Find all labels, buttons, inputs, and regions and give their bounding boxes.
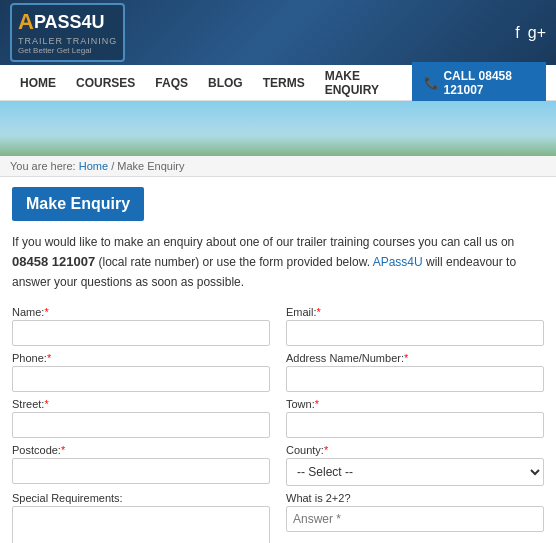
street-label: Street:* (12, 398, 270, 410)
social-icons: f g+ (515, 24, 546, 42)
name-label: Name:* (12, 306, 270, 318)
hero-banner (0, 101, 556, 156)
enquiry-form: Name:* Email:* Phone:* Address Name/Numb… (12, 306, 544, 543)
captcha-label: What is 2+2? (286, 492, 544, 504)
name-input[interactable] (12, 320, 270, 346)
nav-home[interactable]: HOME (10, 68, 66, 98)
name-group: Name:* (12, 306, 270, 346)
street-group: Street:* (12, 398, 270, 438)
brand-link[interactable]: APass4U (373, 255, 423, 269)
main-content: Make Enquiry If you would like to make a… (0, 177, 556, 543)
logo-a: A (18, 9, 34, 35)
street-input[interactable] (12, 412, 270, 438)
breadcrumb-current: Make Enquiry (117, 160, 184, 172)
logo-4u: 4U (82, 12, 105, 34)
special-requirements-group: Special Requirements: (12, 492, 270, 543)
googleplus-icon[interactable]: g+ (528, 24, 546, 42)
breadcrumb-home[interactable]: Home (79, 160, 108, 172)
intro-text: If you would like to make an enquiry abo… (12, 233, 544, 292)
logo: A PASS 4U TRAILER TRAINING Get Better Ge… (10, 3, 125, 62)
logo-pass: PASS (34, 12, 82, 34)
postcode-input[interactable] (12, 458, 270, 484)
phone-label: Phone:* (12, 352, 270, 364)
address-input[interactable] (286, 366, 544, 392)
town-label: Town:* (286, 398, 544, 410)
address-label: Address Name/Number:* (286, 352, 544, 364)
county-select[interactable]: -- Select -- (286, 458, 544, 486)
town-input[interactable] (286, 412, 544, 438)
special-textarea[interactable] (12, 506, 270, 543)
breadcrumb: You are here: Home / Make Enquiry (0, 156, 556, 177)
town-group: Town:* (286, 398, 544, 438)
page-title: Make Enquiry (12, 187, 144, 221)
email-input[interactable] (286, 320, 544, 346)
logo-subtitle: TRAILER TRAINING (18, 36, 117, 47)
nav-links: HOME COURSES FAQS BLOG TERMS MAKE ENQUIR… (10, 61, 546, 105)
call-label: CALL 08458 121007 (443, 69, 534, 97)
address-group: Address Name/Number:* (286, 352, 544, 392)
nav-courses[interactable]: COURSES (66, 68, 145, 98)
phone-input[interactable] (12, 366, 270, 392)
nav-terms[interactable]: TERMS (253, 68, 315, 98)
phone-number: 08458 121007 (12, 254, 95, 269)
email-group: Email:* (286, 306, 544, 346)
nav-make-enquiry[interactable]: MAKE ENQUIRY (315, 61, 413, 105)
email-label: Email:* (286, 306, 544, 318)
header: A PASS 4U TRAILER TRAINING Get Better Ge… (0, 0, 556, 65)
nav-faqs[interactable]: FAQS (145, 68, 198, 98)
postcode-label: Postcode:* (12, 444, 270, 456)
call-button[interactable]: 📞 CALL 08458 121007 (412, 62, 546, 104)
county-label: County:* (286, 444, 544, 456)
county-group: County:* -- Select -- (286, 444, 544, 486)
facebook-icon[interactable]: f (515, 24, 519, 42)
logo-area: A PASS 4U TRAILER TRAINING Get Better Ge… (10, 3, 125, 62)
nav-blog[interactable]: BLOG (198, 68, 253, 98)
breadcrumb-prefix: You are here: (10, 160, 76, 172)
captcha-input[interactable] (286, 506, 544, 532)
phone-icon: 📞 (424, 76, 439, 90)
nav-bar: HOME COURSES FAQS BLOG TERMS MAKE ENQUIR… (0, 65, 556, 101)
postcode-group: Postcode:* (12, 444, 270, 486)
captcha-group: What is 2+2? (286, 492, 544, 543)
phone-group: Phone:* (12, 352, 270, 392)
special-label: Special Requirements: (12, 492, 270, 504)
logo-tagline: Get Better Get Legal (18, 46, 117, 56)
